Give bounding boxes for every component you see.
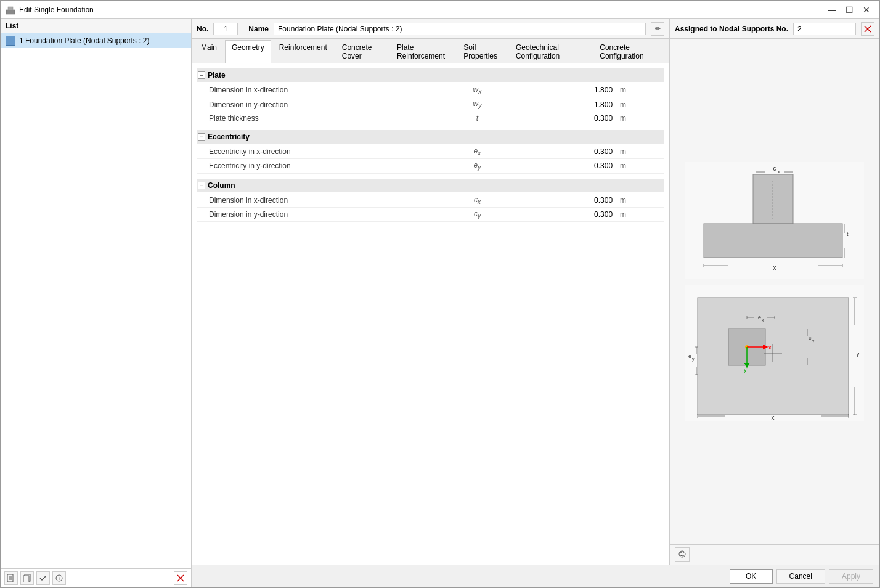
- plate-row-3-symbol: t: [454, 112, 500, 125]
- no-label: No.: [197, 25, 208, 33]
- table-row: Plate thickness t 0.300 m: [197, 112, 664, 125]
- meta-row: No. 1 Name ✏ Assigned to Nodal Supports …: [192, 19, 879, 39]
- table-row: Dimension in y-direction wy 1.800 m: [197, 97, 664, 112]
- info-button[interactable]: i: [52, 571, 66, 585]
- window-controls: — ☐ ✕: [824, 2, 874, 18]
- col-row-1-value: 0.300: [500, 194, 617, 208]
- name-input[interactable]: [274, 23, 646, 35]
- tab-geotechnical-configuration[interactable]: Geotechnical Configuration: [509, 40, 592, 63]
- apply-button[interactable]: Apply: [829, 569, 873, 584]
- close-button[interactable]: ✕: [858, 2, 874, 18]
- assigned-label: Assigned to Nodal Supports No.: [675, 25, 788, 33]
- svg-text:x: x: [772, 414, 775, 421]
- ecc-row-2-value: 0.300: [500, 159, 617, 173]
- app-icon: [6, 5, 15, 15]
- svg-text:y: y: [692, 357, 695, 362]
- col-row-1-label: Dimension in x-direction: [197, 194, 454, 208]
- svg-text:e: e: [758, 314, 761, 321]
- svg-text:x: x: [762, 318, 764, 322]
- table-row: Dimension in x-direction wx 1.800 m: [197, 83, 664, 97]
- tab-concrete-cover[interactable]: Concrete Cover: [335, 40, 389, 63]
- delete-button[interactable]: [174, 571, 187, 585]
- cancel-button[interactable]: Cancel: [776, 569, 825, 584]
- tab-reinforcement[interactable]: Reinforcement: [272, 40, 334, 63]
- minimize-button[interactable]: —: [824, 2, 840, 18]
- top-view-diagram: x y c y: [685, 285, 864, 421]
- plate-collapse-button[interactable]: −: [198, 71, 205, 79]
- content-area: Main Geometry Reinforcement Concrete Cov…: [192, 39, 879, 565]
- plate-row-1-label: Dimension in x-direction: [197, 83, 454, 97]
- svg-text:y: y: [812, 338, 815, 343]
- list-content: 1 Foundation Plate (Nodal Supports : 2): [1, 33, 191, 568]
- name-label: Name: [248, 25, 269, 33]
- plate-row-2-unit: m: [617, 97, 664, 112]
- svg-text:i: i: [59, 576, 60, 581]
- tab-plate-reinforcement[interactable]: Plate Reinforcement: [390, 40, 455, 63]
- assigned-clear-button[interactable]: [861, 22, 874, 36]
- list-item-label: 1 Foundation Plate (Nodal Supports : 2): [19, 36, 149, 45]
- svg-rect-18: [753, 174, 793, 224]
- right-panel: No. 1 Name ✏ Assigned to Nodal Supports …: [192, 19, 879, 587]
- list-header: List: [1, 19, 191, 33]
- svg-point-65: [680, 552, 682, 553]
- copy-button[interactable]: [20, 571, 34, 585]
- foundation-icon: [6, 36, 15, 46]
- plate-section-header: − Plate: [197, 68, 664, 82]
- col-row-1-symbol: cx: [454, 194, 500, 208]
- svg-rect-29: [698, 298, 849, 415]
- eccentricity-section-title: Eccentricity: [208, 133, 250, 141]
- maximize-button[interactable]: ☐: [841, 2, 857, 18]
- plate-row-1-value: 1.800: [500, 83, 617, 97]
- diagram-tool-button[interactable]: [675, 547, 690, 562]
- column-table: Dimension in x-direction cx 0.300 m Dime…: [197, 194, 664, 223]
- diagram-toolbar: [670, 544, 879, 565]
- new-icon: [7, 574, 15, 582]
- plate-row-3-value: 0.300: [500, 112, 617, 125]
- svg-text:x: x: [773, 264, 776, 271]
- titlebar: Edit Single Foundation — ☐ ✕: [1, 1, 879, 19]
- form-body: − Plate Dimension in x-direction wx 1.80…: [192, 63, 669, 565]
- main-window: Edit Single Foundation — ☐ ✕ List 1 Foun…: [0, 0, 880, 588]
- delete-icon: [176, 574, 185, 582]
- info-icon: i: [55, 574, 63, 582]
- tab-soil-properties[interactable]: Soil Properties: [457, 40, 508, 63]
- ecc-row-1-value: 0.300: [500, 145, 617, 159]
- diagram-panel: c x t: [670, 39, 879, 565]
- column-section-title: Column: [208, 181, 235, 190]
- bottom-bar: OK Cancel Apply: [192, 565, 879, 587]
- list-item[interactable]: 1 Foundation Plate (Nodal Supports : 2): [1, 33, 191, 48]
- plate-row-3-unit: m: [617, 112, 664, 125]
- edit-name-button[interactable]: ✏: [651, 22, 664, 36]
- svg-text:x: x: [778, 169, 780, 174]
- plate-row-3-label: Plate thickness: [197, 112, 454, 125]
- column-section-header: − Column: [197, 179, 664, 192]
- side-view-diagram: c x t: [685, 162, 864, 279]
- no-value: 1: [213, 23, 238, 35]
- svg-text:y: y: [857, 351, 860, 357]
- tab-geometry[interactable]: Geometry: [225, 40, 271, 63]
- plate-row-2-label: Dimension in y-direction: [197, 97, 454, 112]
- svg-text:y: y: [744, 367, 747, 373]
- assigned-input[interactable]: [793, 23, 856, 35]
- ecc-row-2-unit: m: [617, 159, 664, 173]
- svg-point-66: [683, 552, 684, 553]
- col-row-2-unit: m: [617, 207, 664, 221]
- svg-text:x: x: [768, 345, 772, 351]
- svg-rect-7: [23, 576, 29, 582]
- ok-button[interactable]: OK: [730, 569, 773, 584]
- svg-text:t: t: [847, 231, 849, 237]
- check-button[interactable]: [36, 571, 50, 585]
- eccentricity-collapse-button[interactable]: −: [198, 133, 205, 141]
- main-content: List 1 Foundation Plate (Nodal Supports …: [1, 19, 879, 587]
- new-button[interactable]: [4, 571, 18, 585]
- plate-section-title: Plate: [208, 71, 226, 80]
- svg-rect-20: [704, 224, 842, 258]
- svg-text:e: e: [688, 353, 691, 359]
- tab-main[interactable]: Main: [194, 40, 224, 63]
- copy-icon: [23, 574, 31, 582]
- tab-concrete-configuration[interactable]: Concrete Configuration: [593, 40, 666, 63]
- column-collapse-button[interactable]: −: [198, 182, 205, 189]
- svg-text:c: c: [809, 335, 812, 341]
- ecc-row-1-symbol: ex: [454, 145, 500, 159]
- ecc-row-2-label: Eccentricity in y-direction: [197, 159, 454, 173]
